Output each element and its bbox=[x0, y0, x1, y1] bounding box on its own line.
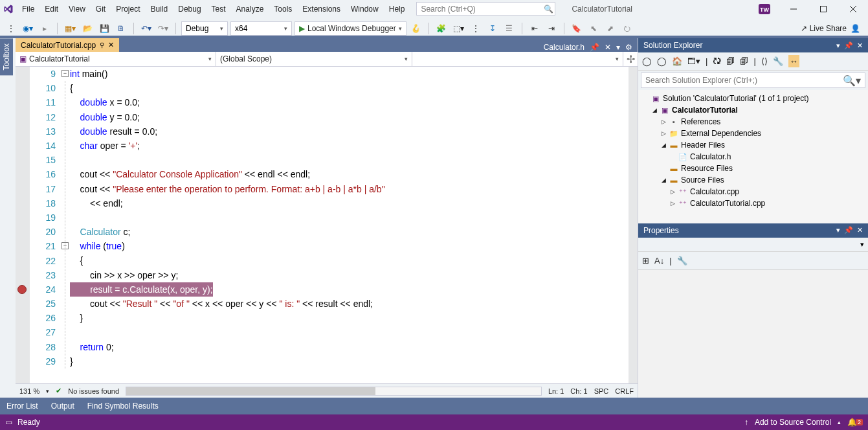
bookmark-icon[interactable]: 🔖 bbox=[570, 21, 584, 36]
fold-toggle[interactable]: − bbox=[61, 70, 69, 77]
code-line[interactable]: { bbox=[70, 253, 629, 267]
tree-item-external-dependencies[interactable]: ▷📁External Dependencies bbox=[638, 128, 868, 139]
menu-tools[interactable]: Tools bbox=[269, 1, 297, 17]
next-bm-icon[interactable]: ⬈ bbox=[603, 21, 618, 36]
step-icon[interactable]: ↧ bbox=[485, 21, 500, 36]
status-view-icon[interactable]: ▭ bbox=[5, 418, 12, 427]
code-body[interactable]: int main(){ double x = 0.0; double y = 0… bbox=[70, 67, 629, 383]
pin-icon[interactable]: ⚲ bbox=[100, 41, 104, 49]
code-line[interactable]: cout << "Result " << "of " << x << oper … bbox=[70, 297, 629, 311]
properties-title[interactable]: Properties ▾📌✕ bbox=[638, 223, 868, 238]
code-line[interactable]: return 0; bbox=[70, 340, 629, 354]
sync-icon[interactable]: 🗘 bbox=[713, 56, 721, 66]
line-indicator[interactable]: Ln: 1 bbox=[548, 387, 564, 395]
quick-launch[interactable]: 🔍 bbox=[416, 2, 555, 16]
filter-icon[interactable]: 🗐 bbox=[726, 56, 735, 66]
tab-overflow-icon[interactable]: ▾ bbox=[616, 43, 620, 52]
user-icon[interactable]: 👤 bbox=[851, 24, 860, 33]
horizontal-scrollbar[interactable] bbox=[126, 387, 542, 396]
menu-analyze[interactable]: Analyze bbox=[231, 1, 269, 17]
code-line[interactable]: char oper = '+'; bbox=[70, 139, 629, 153]
save-button[interactable]: 💾 bbox=[97, 21, 111, 36]
menu-test[interactable]: Test bbox=[206, 1, 231, 17]
back-icon[interactable]: ◯ bbox=[642, 56, 652, 66]
bottom-tab-error-list[interactable]: Error List bbox=[0, 398, 45, 414]
tree-item-solution-calculatortutorial-1-of-1-project-[interactable]: ▣Solution 'CalculatorTutorial' (1 of 1 p… bbox=[638, 93, 868, 104]
code-line[interactable]: Calculator c; bbox=[70, 225, 629, 239]
code-line[interactable] bbox=[70, 325, 629, 339]
menu-view[interactable]: View bbox=[63, 1, 91, 17]
pane-close-icon[interactable]: ✕ bbox=[857, 41, 863, 50]
menu-debug[interactable]: Debug bbox=[173, 1, 206, 17]
code-line[interactable]: double x = 0.0; bbox=[70, 95, 629, 109]
start-debugger-button[interactable]: ▶ Local Windows Debugger ▾ bbox=[295, 21, 406, 36]
tree-item-references[interactable]: ▷▪References bbox=[638, 116, 868, 128]
project-combo[interactable]: ▣CalculatorTutorial ▾ bbox=[16, 52, 216, 66]
zoom-level[interactable]: 131 % bbox=[19, 387, 39, 395]
tree-item-calculator-h[interactable]: 📄Calculator.h bbox=[638, 151, 868, 163]
pane-menu-icon[interactable]: ▾ bbox=[836, 41, 840, 50]
code-line[interactable] bbox=[70, 153, 629, 167]
tree-item-calculatortutorial-cpp[interactable]: ▷⁺⁺CalculatorTutorial.cpp bbox=[638, 198, 868, 209]
live-share-button[interactable]: ↗ Live Share bbox=[801, 24, 847, 33]
switch-view-icon[interactable]: 🗔▾ bbox=[687, 56, 700, 66]
menu-git[interactable]: Git bbox=[91, 1, 111, 17]
menu-build[interactable]: Build bbox=[146, 1, 173, 17]
list-icon[interactable]: ☰ bbox=[502, 21, 517, 36]
notifications-button[interactable]: 🔔 2 bbox=[847, 418, 863, 427]
gear-icon[interactable]: ⚙ bbox=[625, 43, 632, 52]
code-line[interactable]: << endl; bbox=[70, 196, 629, 210]
tree-item-calculator-cpp[interactable]: ▷⁺⁺Calculator.cpp bbox=[638, 186, 868, 198]
code-line[interactable]: int main() bbox=[70, 67, 629, 81]
code-line[interactable]: double result = 0.0; bbox=[70, 124, 629, 139]
bottom-tab-find-symbol-results[interactable]: Find Symbol Results bbox=[81, 398, 165, 414]
clear-bm-icon[interactable]: ⭮ bbox=[620, 21, 634, 36]
tab-calculatortutorial-cpp[interactable]: CalculatorTutorial.cpp ⚲ ✕ bbox=[16, 38, 119, 52]
pin-inactive-icon[interactable]: 📌 bbox=[590, 43, 599, 52]
home-icon[interactable]: 🏠 bbox=[672, 56, 682, 66]
tree-item-header-files[interactable]: ◢▬Header Files bbox=[638, 139, 868, 151]
char-indicator[interactable]: Ch: 1 bbox=[570, 387, 587, 395]
solution-tree[interactable]: ▣Solution 'CalculatorTutorial' (1 of 1 p… bbox=[638, 90, 868, 223]
close-button[interactable] bbox=[838, 0, 868, 17]
new-project-button[interactable]: ▦▾ bbox=[63, 21, 78, 36]
tree-item-calculatortutorial[interactable]: ◢▣CalculatorTutorial bbox=[638, 104, 868, 116]
properties-combo[interactable]: ▾ bbox=[638, 238, 868, 252]
nav-fwd-button[interactable]: ▸ bbox=[38, 21, 52, 36]
alpha-sort-icon[interactable]: A↓ bbox=[654, 256, 664, 266]
eol-indicator[interactable]: CRLF bbox=[615, 387, 634, 395]
breakpoint-margin[interactable] bbox=[16, 67, 30, 383]
undo-button[interactable]: ↶▾ bbox=[139, 21, 153, 36]
breakpoint-marker[interactable] bbox=[17, 285, 27, 294]
menu-extensions[interactable]: Extensions bbox=[297, 1, 346, 17]
scope-combo[interactable]: (Global Scope) ▾ bbox=[216, 52, 412, 66]
code-line[interactable] bbox=[70, 210, 629, 225]
quick-launch-input[interactable] bbox=[417, 5, 542, 14]
extension-icon[interactable]: TW bbox=[755, 3, 773, 16]
maximize-button[interactable] bbox=[808, 0, 838, 17]
bottom-tab-output[interactable]: Output bbox=[45, 398, 81, 414]
spaces-indicator[interactable]: SPC bbox=[594, 387, 609, 395]
solution-explorer-title[interactable]: Solution Explorer ▾📌✕ bbox=[638, 38, 868, 52]
menu-file[interactable]: File bbox=[17, 1, 39, 17]
source-control-button[interactable]: Add to Source Control bbox=[755, 418, 831, 427]
solution-config-combo[interactable]: Debug▾ bbox=[181, 21, 228, 36]
outlining-margin[interactable]: −− bbox=[61, 67, 70, 383]
menu-help[interactable]: Help bbox=[384, 1, 410, 17]
attach-button[interactable]: 🪝 bbox=[409, 21, 423, 36]
code-line[interactable]: cout << "Calculator Console Application"… bbox=[70, 167, 629, 181]
open-file-button[interactable]: 📂 bbox=[80, 21, 95, 36]
save-all-button[interactable]: 🗎 bbox=[114, 21, 128, 36]
tb-icon-1[interactable]: 🧩 bbox=[434, 21, 449, 36]
pane-close-icon[interactable]: ✕ bbox=[857, 226, 863, 234]
split-editor-button[interactable]: ✢ bbox=[623, 52, 638, 66]
platform-combo[interactable]: x64▾ bbox=[230, 21, 292, 36]
menu-edit[interactable]: Edit bbox=[39, 1, 63, 17]
publish-icon[interactable]: ↑ bbox=[744, 418, 748, 427]
code-line[interactable]: double y = 0.0; bbox=[70, 110, 629, 124]
prev-bm-icon[interactable]: ⬉ bbox=[586, 21, 601, 36]
menu-project[interactable]: Project bbox=[111, 1, 145, 17]
code-line[interactable]: while (true) bbox=[70, 239, 629, 253]
member-combo[interactable]: ▾ bbox=[412, 52, 623, 66]
code-editor[interactable]: 9101112131415161718192021222324252627282… bbox=[16, 67, 638, 383]
